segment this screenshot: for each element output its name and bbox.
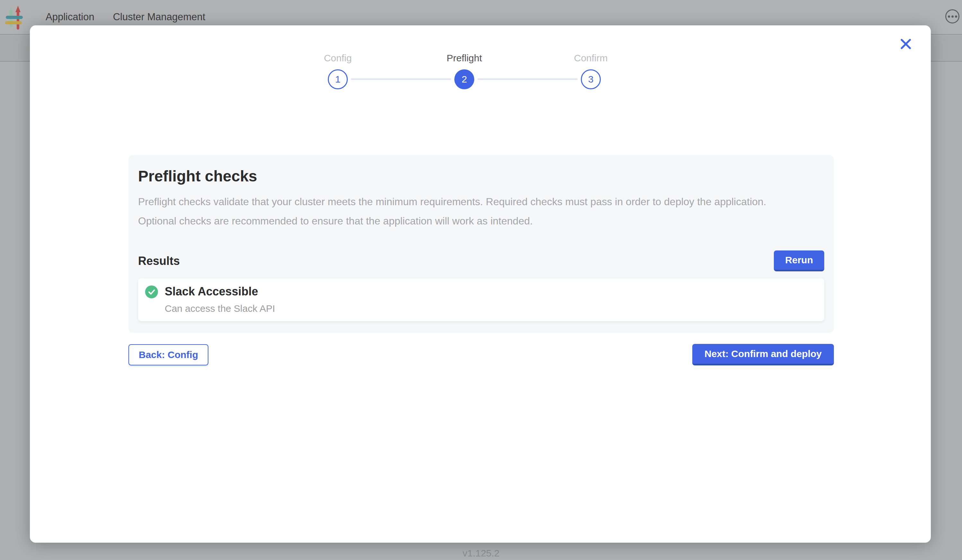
check-detail: Can access the Slack API bbox=[165, 303, 275, 314]
step-confirm: Confirm 3 bbox=[528, 52, 654, 89]
panel-description: Preflight checks validate that your clus… bbox=[138, 192, 795, 231]
close-icon[interactable] bbox=[899, 37, 913, 51]
dot bbox=[948, 15, 950, 18]
step-preflight: Preflight 2 bbox=[401, 52, 528, 89]
dot bbox=[951, 15, 954, 18]
step-label: Preflight bbox=[447, 52, 482, 64]
preflight-panel: Preflight checks Preflight checks valida… bbox=[128, 155, 834, 332]
nav-tab-application[interactable]: Application bbox=[45, 11, 94, 23]
wizard-actions-row: Back: Config Next: Confirm and deploy bbox=[128, 344, 834, 365]
step-label: Confirm bbox=[574, 52, 607, 64]
rerun-button[interactable]: Rerun bbox=[774, 250, 824, 271]
step-circle-1[interactable]: 1 bbox=[328, 69, 348, 89]
nav-tab-cluster-management[interactable]: Cluster Management bbox=[113, 11, 205, 23]
step-config: Config 1 bbox=[274, 52, 401, 89]
wizard-stepper: Config 1 Preflight 2 Confirm 3 bbox=[274, 52, 654, 89]
panel-title: Preflight checks bbox=[138, 167, 824, 185]
results-header-row: Results Rerun bbox=[138, 250, 824, 271]
ellipsis-menu-icon[interactable] bbox=[945, 9, 959, 23]
dot bbox=[955, 15, 957, 18]
check-name: Slack Accessible bbox=[165, 285, 275, 298]
preflight-check-row: Slack Accessible Can access the Slack AP… bbox=[138, 278, 824, 321]
app-logo bbox=[5, 4, 24, 30]
step-circle-2[interactable]: 2 bbox=[454, 69, 474, 89]
back-config-button[interactable]: Back: Config bbox=[128, 344, 208, 365]
app-version-label: v1.125.2 bbox=[0, 548, 962, 559]
step-label: Config bbox=[324, 52, 352, 64]
preflight-wizard-modal: Config 1 Preflight 2 Confirm 3 Preflight… bbox=[30, 25, 931, 543]
check-circle-icon bbox=[145, 286, 158, 298]
check-text-block: Slack Accessible Can access the Slack AP… bbox=[165, 285, 275, 314]
next-confirm-deploy-button[interactable]: Next: Confirm and deploy bbox=[692, 344, 834, 365]
step-circle-3[interactable]: 3 bbox=[581, 69, 601, 89]
results-heading: Results bbox=[138, 254, 180, 268]
